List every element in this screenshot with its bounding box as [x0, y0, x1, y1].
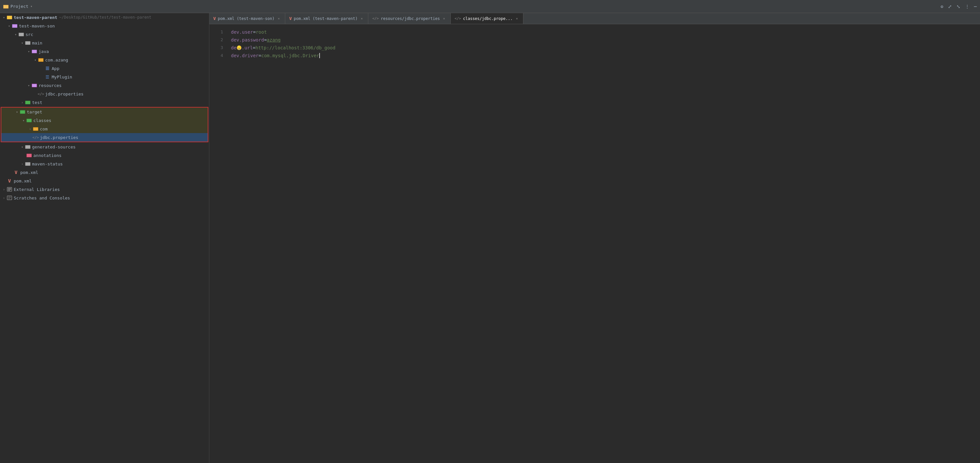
tree-item-scratches[interactable]: › Scratches and Consoles [0, 194, 209, 202]
java-folder-icon [32, 48, 37, 54]
classes-label: classes [33, 118, 51, 123]
pom-parent-icon: V [6, 178, 13, 184]
props-file-icon: </> [38, 91, 44, 97]
svg-rect-28 [27, 154, 32, 157]
tab-classes-jdbc-close[interactable]: ✕ [514, 16, 519, 21]
code-val-2: azang [267, 36, 281, 44]
myplugin-java-icon: ☰ [45, 74, 50, 80]
java-label: java [38, 49, 49, 54]
chevron-expanded: ▾ [1, 15, 6, 20]
chevron-collapsed: › [1, 195, 6, 200]
tab-classes-jdbc-icon: </> [455, 16, 461, 21]
tab-pom-parent-close[interactable]: ✕ [360, 16, 364, 21]
tree-item-myplugin[interactable]: ☰ MyPlugin [0, 73, 209, 81]
ext-libs-icon [6, 186, 13, 192]
tree-item-java[interactable]: ▾ java [0, 47, 209, 56]
tree-item-jdbc-target[interactable]: </> jdbc.properties [1, 133, 208, 142]
code-key-2: dev.password [231, 36, 264, 44]
more-icon[interactable]: ⋮ [965, 4, 969, 9]
chevron-collapsed: › [20, 100, 25, 105]
generated-folder-icon [25, 144, 31, 150]
tree-item-pom-parent[interactable]: V pom.xml [0, 177, 209, 185]
target-outline-box: ▾ target ▾ classes › com [1, 107, 208, 142]
svg-rect-10 [25, 41, 30, 45]
tab-pom-son-close[interactable]: ✕ [277, 16, 281, 21]
code-key-1: dev.user [231, 28, 253, 36]
code-eq-2: = [264, 36, 267, 44]
chevron-collapsed: › [27, 126, 33, 132]
chevron-expanded: ▾ [26, 83, 32, 88]
tab-resources-jdbc-close[interactable]: ✕ [442, 16, 447, 21]
tree-item-jdbc-res[interactable]: </> jdbc.properties [0, 89, 209, 98]
project-label[interactable]: Project [11, 4, 29, 9]
project-tree[interactable]: ▾ test-maven-parent ~/Desktop/GitHub/tes… [0, 13, 209, 463]
title-bar-icons: ⊙ ⤢ ⤡ ⋮ ─ [940, 4, 977, 9]
chevron-expanded: ▾ [26, 49, 32, 54]
line-num-2: 2 [209, 36, 223, 44]
svg-rect-20 [20, 110, 25, 113]
code-val-1: root [256, 28, 267, 36]
target-icon[interactable]: ⊙ [940, 4, 943, 9]
tree-item-generated[interactable]: ▾ generated-sources [0, 143, 209, 151]
tab-resources-jdbc[interactable]: </> resources/jdbc.properties ✕ [368, 13, 451, 24]
code-eq-4: = [258, 52, 261, 59]
line-numbers: 1 2 3 4 [209, 24, 226, 463]
svg-rect-22 [27, 119, 32, 122]
tab-pom-son[interactable]: V pom.xml (test-maven-son) ✕ [209, 13, 285, 24]
svg-rect-12 [32, 50, 37, 53]
tree-item-classes[interactable]: ▾ classes [1, 116, 208, 124]
generated-label: generated-sources [32, 145, 76, 150]
tree-item-maven-status[interactable]: › maven-status [0, 159, 209, 168]
tree-item-test[interactable]: › test [0, 98, 209, 107]
line-num-3: 3 [209, 44, 223, 52]
tree-item-pom-son[interactable]: V pom.xml [0, 168, 209, 177]
svg-rect-6 [13, 24, 17, 27]
test-folder-icon [25, 99, 31, 105]
project-dropdown-arrow[interactable]: ▾ [30, 4, 33, 8]
svg-rect-30 [25, 162, 30, 165]
resources-label: resources [38, 83, 62, 88]
tree-item-resources[interactable]: ▾ resources [0, 81, 209, 89]
svg-rect-34 [8, 190, 10, 191]
tree-item-app[interactable]: ☰ App [0, 64, 209, 73]
tree-item-com[interactable]: › com [1, 124, 208, 133]
tree-item-main[interactable]: ▾ main [0, 38, 209, 47]
minimize-icon[interactable]: ─ [974, 4, 977, 9]
tree-item-target[interactable]: ▾ target [1, 108, 208, 116]
code-line-4: dev.driver = com.mysql.jdbc.Driver [231, 52, 975, 59]
collapse-icon[interactable]: ⤡ [956, 4, 960, 9]
tab-resources-jdbc-icon: </> [372, 16, 379, 21]
code-line-3: de 💡 .url = http://localhost:3306/db_goo… [231, 44, 975, 52]
line-num-1: 1 [209, 28, 223, 36]
src-folder-icon [18, 32, 24, 37]
root-folder-label: test-maven-parent [14, 15, 57, 20]
main-folder-icon [25, 40, 31, 46]
pom-parent-label: pom.xml [14, 178, 32, 183]
expand-icon[interactable]: ⤢ [948, 4, 952, 9]
tree-item-root[interactable]: ▾ test-maven-parent ~/Desktop/GitHub/tes… [0, 13, 209, 22]
tree-item-annotations[interactable]: annotations [0, 151, 209, 159]
jdbc-target-label: jdbc.properties [40, 135, 78, 140]
tab-classes-jdbc[interactable]: </> classes/jdbc.prope... ✕ [451, 13, 524, 24]
tab-pom-parent[interactable]: V pom.xml (test-maven-parent) ✕ [285, 13, 368, 24]
code-eq-3: = [253, 44, 256, 52]
tab-classes-jdbc-label: classes/jdbc.prope... [463, 16, 513, 21]
annotations-folder-icon [26, 153, 32, 158]
code-key-3b: .url [242, 44, 253, 52]
app-label: App [52, 66, 59, 71]
tree-item-son[interactable]: ▾ test-maven-son [0, 22, 209, 30]
target-folder-icon [20, 109, 25, 115]
ext-libs-label: External Libraries [14, 187, 60, 192]
src-label: src [25, 32, 33, 37]
tree-item-src[interactable]: ▾ src [0, 30, 209, 38]
chevron-collapsed: › [20, 161, 25, 166]
tree-item-com-azang[interactable]: ▾ com.azang [0, 56, 209, 64]
svg-rect-14 [38, 59, 43, 62]
tab-bar: V pom.xml (test-maven-son) ✕ V pom.xml (… [209, 13, 980, 24]
pom-son-icon: V [13, 169, 19, 175]
code-editor[interactable]: 1 2 3 4 dev.user = root dev.password = a… [209, 24, 980, 463]
module-folder-icon [12, 23, 18, 29]
tree-item-ext-libs[interactable]: › External Libraries [0, 185, 209, 194]
chevron-expanded: ▾ [20, 40, 25, 45]
code-content[interactable]: dev.user = root dev.password = azang de … [226, 24, 980, 463]
